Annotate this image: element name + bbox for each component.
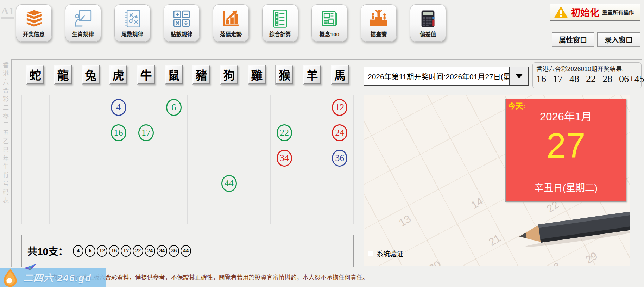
grid-cell <box>298 120 326 145</box>
grid-cell <box>298 171 326 196</box>
grid-cell <box>326 171 353 196</box>
latest-result-box: 香港六合彩2026010期开奖结果: 16 17 48 22 28 06+45 <box>532 62 642 88</box>
zodiac-button-鼠[interactable]: 鼠 <box>165 65 183 84</box>
toolbar-button-label: 生肖规律 <box>72 30 94 38</box>
grid-cell <box>132 145 160 171</box>
grid-cell <box>215 120 243 145</box>
toolbar-button-4[interactable]: 點數规律 <box>164 4 200 42</box>
summary-number-6: 6 <box>85 245 95 257</box>
summary-number-34: 34 <box>157 245 167 257</box>
number-ball-24: 24 <box>332 124 347 141</box>
grid-cell: 44 <box>215 171 243 196</box>
day-number: 27 <box>506 128 626 163</box>
number-ball-36: 36 <box>332 150 347 167</box>
zodiac-button-豬[interactable]: 豬 <box>192 65 210 84</box>
grid-cell: 17 <box>132 120 160 145</box>
toolbar-button-3[interactable]: 尾数规律 <box>114 4 150 42</box>
zodiac-cell: 虎 <box>105 65 132 84</box>
grid-cell <box>160 120 188 145</box>
grid-cell <box>105 145 132 171</box>
toolbar-button-2[interactable]: 生肖规律 <box>65 4 101 42</box>
grid-cell: 16 <box>105 120 132 145</box>
grid-column-龍 <box>50 95 77 224</box>
warning-icon <box>554 6 568 18</box>
grid-cell: 34 <box>271 145 298 171</box>
calculator-icon <box>418 8 438 29</box>
zodiac-button-雞[interactable]: 雞 <box>248 65 266 84</box>
toolbar-button-label: 點數规律 <box>171 30 192 38</box>
zodiac-button-馬[interactable]: 馬 <box>331 65 349 84</box>
initialize-button[interactable]: 初始化 重置所有操作 <box>550 4 640 21</box>
toolbar-button-8[interactable]: 擂臺賽 <box>361 4 397 42</box>
zodiac-button-row: 蛇龍兔虎牛鼠豬狗雞猴羊馬 <box>21 65 354 84</box>
summary-label: 共10支： <box>27 244 68 258</box>
grid-cell <box>132 95 160 120</box>
toolbar-button-7[interactable]: 概念100 <box>311 4 347 42</box>
number-ball-6: 6 <box>166 99 182 116</box>
zodiac-cell: 馬 <box>326 65 354 84</box>
calendar-faint-number: 14 <box>469 195 485 212</box>
pencil-image <box>517 206 630 251</box>
number-ball-4: 4 <box>111 99 126 116</box>
grid-cell <box>215 95 243 120</box>
zodiac-button-蛇[interactable]: 蛇 <box>26 65 44 84</box>
period-dropdown[interactable]: 2026年第11期开奖时间:2026年01月27日(星期二) <box>364 67 529 86</box>
latest-result-title: 香港六合彩2026010期开奖结果: <box>536 64 638 73</box>
grid-cell: 4 <box>105 95 132 120</box>
grid-column-兔 <box>77 95 105 224</box>
grid-cell <box>77 145 105 171</box>
disclaimer-text: ※ 以上内容引用香港正版六合彩資料，僅提供參考，不保證其正確性，閱覽者若用於投資… <box>0 267 644 287</box>
grid-cell: 6 <box>160 95 188 120</box>
grid-cell <box>77 120 105 145</box>
grid-cell <box>298 145 326 171</box>
period-dropdown-value: 2026年第11期开奖时间:2026年01月27日(星期二) <box>364 71 509 81</box>
zodiac-button-龍[interactable]: 龍 <box>54 65 72 84</box>
summary-numbers: 461216172224343644 <box>73 245 191 257</box>
toolbar-button-6[interactable]: 綜合計算 <box>262 4 298 42</box>
zodiac-cell: 兔 <box>77 65 105 84</box>
grid-column-虎: 416 <box>105 95 133 224</box>
grid-column-狗: 44 <box>215 95 243 224</box>
property-window-button[interactable]: 属性窗口 <box>552 32 594 47</box>
side-vertical-title: 香港六合彩二零二五乙巳年生肖号码表 <box>1 62 10 206</box>
system-verify-checkbox[interactable] <box>368 251 373 256</box>
zodiac-button-狗[interactable]: 狗 <box>220 65 238 84</box>
grid-column-羊 <box>298 95 326 224</box>
summary-number-4: 4 <box>73 245 83 257</box>
grid-column-鼠: 6 <box>160 95 188 224</box>
toolbar-button-9[interactable]: 偏差值 <box>410 4 446 42</box>
system-verify-row[interactable]: 系统验证 <box>368 249 403 258</box>
zodiac-button-虎[interactable]: 虎 <box>109 65 127 84</box>
zodiac-button-猴[interactable]: 猴 <box>276 65 293 84</box>
date-card: 今天: 2026年1月 27 辛丑日(星期二) <box>505 99 626 202</box>
summary-number-44: 44 <box>181 245 191 257</box>
zodiac-button-羊[interactable]: 羊 <box>303 65 321 84</box>
grid-cell <box>243 95 271 120</box>
grid-cell <box>22 95 49 120</box>
presenter-icon <box>73 8 93 29</box>
toolbar-button-label: 落碼走勢 <box>220 30 242 38</box>
grid-cell <box>160 145 188 171</box>
entry-window-button[interactable]: 录入窗口 <box>597 32 640 47</box>
today-label: 今天: <box>508 100 525 111</box>
dropdown-arrow-icon[interactable] <box>509 67 528 85</box>
grid-cell <box>215 145 243 171</box>
books-icon <box>24 8 44 29</box>
toolbar-button-1[interactable]: 开奖信息 <box>16 4 52 42</box>
grid-cell <box>77 171 105 196</box>
zodiac-cell: 豬 <box>188 65 215 84</box>
grid-cell <box>188 95 215 120</box>
grid-cell <box>22 145 49 171</box>
toolbar-button-label: 偏差值 <box>420 30 436 38</box>
calendar-faint-number: 29 <box>583 250 600 266</box>
toolbar-button-5[interactable]: 落碼走勢 <box>213 4 249 42</box>
podium-icon <box>368 8 389 29</box>
app-window: A1 开奖信息生肖规律尾数规律點數规律落碼走勢綜合計算概念100擂臺賽偏差值 初… <box>0 0 644 287</box>
number-ball-44: 44 <box>221 175 237 192</box>
zodiac-button-兔[interactable]: 兔 <box>82 65 100 84</box>
zodiac-number-grid: 416176442234122436 <box>21 95 354 224</box>
zodiac-button-牛[interactable]: 牛 <box>137 65 155 84</box>
zodiac-cell: 羊 <box>298 65 326 84</box>
strategy-notebook-icon <box>122 8 143 29</box>
zodiac-cell: 雞 <box>243 65 271 84</box>
